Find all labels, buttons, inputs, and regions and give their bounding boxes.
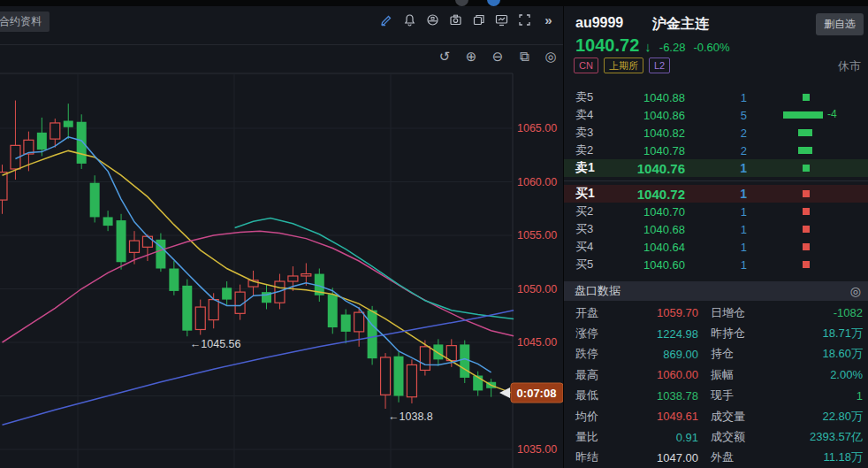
last-price: 1040.72: [575, 35, 639, 56]
y-axis-label: 1065.00: [517, 122, 557, 134]
expand-icon[interactable]: [517, 12, 532, 27]
tag-cn: CN: [574, 58, 598, 73]
ma-line-ma5: [15, 137, 491, 372]
stat-label: 开盘: [564, 305, 619, 321]
market-status: 休市: [838, 58, 861, 74]
level-qty: 1: [685, 205, 747, 219]
level-qty: 1: [685, 258, 747, 272]
candlestick-chart[interactable]: ←1045.56←1038.81065.001060.001055.001050…: [0, 45, 563, 468]
ask-row-卖5[interactable]: 卖51040.881: [564, 88, 868, 106]
monitor-icon[interactable]: [494, 12, 509, 27]
y-axis-label: 1060.00: [517, 176, 557, 188]
trading-app-window: 合约资料 » ↺⊕: [0, 0, 868, 468]
level-label: 卖2: [564, 142, 610, 158]
bell-icon[interactable]: [402, 12, 417, 27]
bid-row-买2[interactable]: 买21040.701: [564, 203, 868, 220]
stat-value: 1224.98: [619, 327, 698, 341]
ask-row-卖3[interactable]: 卖31040.822: [564, 124, 868, 142]
candle-body: [420, 347, 430, 371]
stat-label: 涨停: [564, 326, 619, 341]
stat-value: 869.00: [619, 348, 698, 361]
chart-tools-row: ↺⊕⊖⧉◎: [0, 47, 563, 72]
camera-icon[interactable]: [448, 12, 463, 27]
stat-value: 11.18万: [765, 449, 868, 465]
countdown-text: 0:07:08: [517, 387, 557, 400]
y-axis-label: 1050.00: [517, 283, 557, 295]
level-price: 1040.68: [610, 223, 685, 236]
stat-label: 量比: [564, 429, 619, 445]
ma-line-ma60: [3, 311, 514, 426]
candle-body: [433, 344, 443, 359]
candle-body: [130, 241, 140, 252]
stat-label: 日增仓: [698, 305, 765, 321]
stat-label: 最低: [564, 387, 619, 403]
pankou-settings-icon[interactable]: ◎: [850, 284, 861, 298]
contract-info-tab[interactable]: 合约资料: [0, 12, 49, 32]
level-qty: 2: [685, 127, 747, 140]
level-price: 1040.72: [610, 187, 685, 202]
stat-value: 18.71万: [765, 326, 868, 341]
stat-value: 22.80万: [765, 409, 868, 425]
undo-icon[interactable]: ↺: [437, 49, 453, 65]
level-label: 买4: [564, 239, 610, 255]
stat-label: 现手: [698, 387, 765, 403]
more-panels-icon[interactable]: »: [540, 12, 555, 27]
orderbook-separator: [564, 177, 868, 185]
stat-value: 1047.00: [619, 451, 698, 464]
bid-row-买1[interactable]: 买11040.721: [564, 185, 868, 203]
level-qty: 2: [685, 144, 747, 157]
stat-label: 跌停: [564, 346, 619, 362]
stat-label: 昨持仓: [698, 326, 765, 341]
price-change-pct: -0.60%: [693, 41, 729, 54]
stat-value: 1049.61: [619, 410, 698, 423]
tag-row: CN 上期所 L2: [574, 58, 670, 73]
ask-row-卖2[interactable]: 卖21040.782: [564, 142, 868, 159]
helmet-icon[interactable]: [425, 12, 440, 27]
depth-bar-zone: [747, 159, 868, 177]
chart-toolbar: 合约资料 »: [0, 6, 563, 45]
popout-icon[interactable]: ⧉: [516, 49, 532, 65]
bid-row-买3[interactable]: 买31040.681: [564, 220, 868, 238]
avatar[interactable]: [455, 0, 468, 6]
chart-settings-icon[interactable]: ◎: [543, 49, 559, 65]
depth-bar: [803, 208, 810, 215]
zoom-out-icon[interactable]: ⊖: [490, 49, 506, 65]
level-qty: 1: [685, 187, 747, 201]
ask-row-卖1[interactable]: 卖11040.761: [564, 159, 868, 177]
level-price: 1040.64: [610, 241, 685, 254]
depth-bar-zone: [747, 256, 868, 273]
level-label: 卖5: [564, 89, 610, 105]
candle-body: [460, 344, 469, 378]
stat-label: 昨结: [564, 449, 619, 465]
pankou-row: 最低1038.78现手1: [564, 386, 868, 406]
candle-body: [394, 357, 404, 396]
pankou-header: 盘口数据 ◎: [564, 281, 868, 301]
candle-body: [64, 121, 73, 127]
candle-body: [341, 315, 351, 332]
edit-icon[interactable]: [379, 12, 394, 27]
bid-row-买4[interactable]: 买41040.641: [564, 238, 868, 256]
price-change: -6.28: [659, 41, 686, 54]
depth-bar-zone: [747, 142, 868, 159]
level-label: 买1: [564, 186, 610, 202]
pankou-row: 开盘1059.70日增仓-1082: [564, 303, 868, 323]
price-annotation: ←1045.56: [190, 338, 241, 350]
copy-icon[interactable]: [471, 12, 486, 27]
y-axis-label: 1045.00: [517, 336, 557, 349]
ask-row-卖4[interactable]: 卖41040.865-4: [564, 106, 868, 124]
stat-label: 外盘: [698, 449, 765, 465]
stat-label: 成交量: [698, 409, 765, 425]
pankou-row: 均价1049.61成交量22.80万: [564, 406, 868, 426]
stat-label: 均价: [564, 409, 619, 425]
avatar[interactable]: [487, 0, 500, 6]
remove-watchlist-button[interactable]: 删自选: [816, 13, 864, 35]
price-annotation: ←1038.8: [388, 410, 433, 423]
level-label: 买2: [564, 203, 610, 219]
toolbar-icon-group: »: [379, 12, 555, 27]
zoom-in-icon[interactable]: ⊕: [463, 49, 479, 65]
bid-row-买5[interactable]: 买51040.601: [564, 256, 868, 273]
quote-panel: au9999 沪金主连 删自选 1040.72 ↓ -6.28 -0.60% C…: [563, 6, 868, 468]
candle-body: [288, 276, 298, 281]
symbol-code: au9999: [575, 15, 623, 31]
level-qty: 5: [685, 109, 747, 122]
